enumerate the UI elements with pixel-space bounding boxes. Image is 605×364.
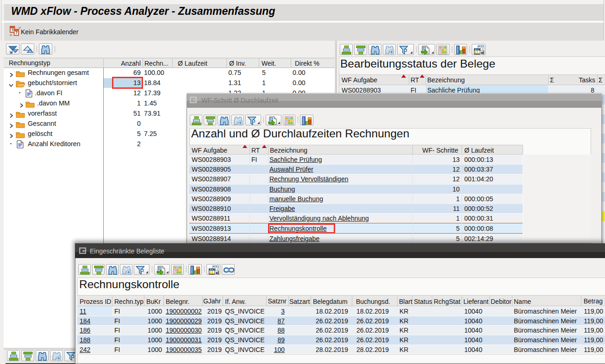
svg-text:7: 7: [15, 31, 18, 35]
svg-text:7: 7: [11, 28, 13, 32]
